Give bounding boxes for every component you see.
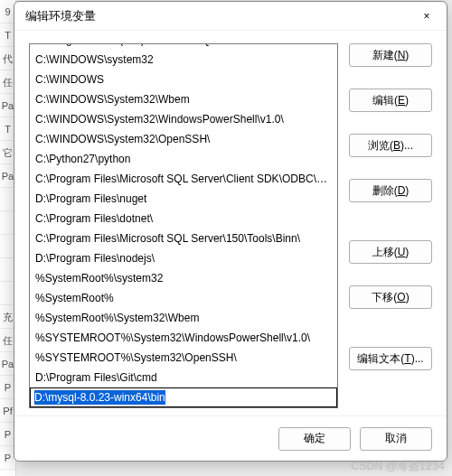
list-item[interactable]: %SystemRoot% xyxy=(30,288,337,308)
list-item[interactable]: D:\Program Files\Git\cmd xyxy=(30,368,337,387)
edit-text-button[interactable]: 编辑文本(T)... xyxy=(349,347,432,370)
delete-button[interactable]: 删除(D) xyxy=(349,179,432,202)
list-item[interactable]: C:\WINDOWS\System32\Wbem xyxy=(30,89,337,109)
list-item[interactable]: C:\WINDOWS\System32\OpenSSH\ xyxy=(30,129,337,149)
list-item[interactable]: %SystemRoot%\System32\Wbem xyxy=(30,308,337,328)
list-item[interactable]: C:\WINDOWS\System32\WindowsPowerShell\v1… xyxy=(30,109,337,129)
list-item[interactable]: D:\Program Files\nodejs\ xyxy=(30,248,337,268)
cancel-button[interactable]: 取消 xyxy=(360,427,432,451)
path-listbox[interactable]: C:\Program Files\Microsoft SQL Server\Cl… xyxy=(29,43,338,408)
edit-env-var-dialog: 编辑环境变量 × C:\Program Files\Microsoft SQL … xyxy=(14,1,447,462)
side-buttons: 新建(N) 编辑(E) 浏览(B)... 删除(D) 上移(U) 下移(O) 编… xyxy=(349,43,432,408)
dialog-body: C:\Program Files\Microsoft SQL Server\Cl… xyxy=(14,31,447,415)
path-edit-input[interactable] xyxy=(30,387,337,407)
dialog-title: 编辑环境变量 xyxy=(25,8,414,24)
list-item[interactable]: C:\Program Files\Microsoft SQL Server\Cl… xyxy=(30,169,337,189)
dialog-footer: 确定 取消 xyxy=(14,415,447,461)
close-icon: × xyxy=(423,10,429,23)
list-item-editing[interactable] xyxy=(30,387,337,407)
browse-button[interactable]: 浏览(B)... xyxy=(349,134,432,157)
close-button[interactable]: × xyxy=(414,4,439,29)
move-up-button[interactable]: 上移(U) xyxy=(349,240,432,264)
list-item[interactable]: C:\Program Files (x86)\Microsoft SQL Ser… xyxy=(30,43,337,50)
edit-button[interactable]: 编辑(E) xyxy=(349,89,432,112)
list-item[interactable]: %SYSTEMROOT%\System32\OpenSSH\ xyxy=(30,348,337,368)
list-item[interactable]: %SystemRoot%\system32 xyxy=(30,268,337,288)
list-item[interactable]: C:\WINDOWS xyxy=(30,70,337,89)
titlebar: 编辑环境变量 × xyxy=(14,2,447,31)
new-button[interactable]: 新建(N) xyxy=(349,43,432,67)
list-item[interactable]: D:\Program Files\nuget xyxy=(30,189,337,209)
list-item[interactable]: C:\Python27\python xyxy=(30,149,337,169)
list-item[interactable]: %SYSTEMROOT%\System32\WindowsPowerShell\… xyxy=(30,328,337,348)
list-item[interactable]: C:\WINDOWS\system32 xyxy=(30,50,337,70)
move-down-button[interactable]: 下移(O) xyxy=(349,285,432,309)
ok-button[interactable]: 确定 xyxy=(278,427,351,451)
list-item[interactable]: C:\Program Files\Microsoft SQL Server\15… xyxy=(30,229,337,248)
watermark: CSDN @海盗1234 xyxy=(351,459,445,474)
list-item[interactable]: C:\Program Files\dotnet\ xyxy=(30,209,337,229)
